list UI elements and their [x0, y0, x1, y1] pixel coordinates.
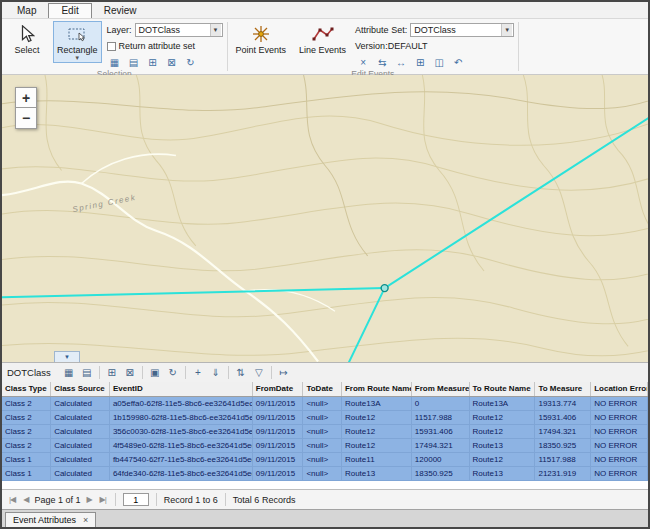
- table-options-icon[interactable]: ▤: [78, 364, 96, 380]
- layer-combo-arrow-icon[interactable]: ▼: [210, 24, 221, 36]
- undo-edit-icon[interactable]: ↶: [450, 55, 466, 69]
- table-row[interactable]: Class 2Calculated1b159980-62f8-11e5-8bc6…: [2, 411, 648, 425]
- add-record-icon[interactable]: +: [189, 364, 207, 380]
- table-cell: Route13: [341, 467, 411, 481]
- previous-page-button[interactable]: ◀: [21, 495, 30, 504]
- table-cell: Calculated: [51, 439, 110, 453]
- column-header[interactable]: From Route Name: [341, 382, 411, 397]
- table-cell: Class 2: [2, 397, 51, 411]
- event-table: Class TypeClass SourceEventIDFromDateToD…: [2, 382, 648, 482]
- table-cell: 18350.925: [535, 439, 591, 453]
- select-by-attributes-icon[interactable]: ⊞: [145, 55, 161, 69]
- next-page-button[interactable]: ▶: [84, 495, 93, 504]
- map-graphics: [2, 75, 648, 362]
- table-row[interactable]: Class 2Calculated4f5489e0-62f8-11e5-8bc6…: [2, 439, 648, 453]
- table-row[interactable]: Class 2Calculated356c0030-62f8-11e5-8bc6…: [2, 425, 648, 439]
- tab-event-attributes[interactable]: Event Attributes ×: [5, 512, 96, 527]
- column-header[interactable]: Location Error: [591, 382, 648, 397]
- table-cell: 09/11/2015: [252, 425, 303, 439]
- filter-records-icon[interactable]: ▽: [250, 364, 268, 380]
- sort-records-icon[interactable]: ⇅: [232, 364, 250, 380]
- snap-event-icon[interactable]: ⊞: [412, 55, 428, 69]
- table-cell: Route12: [469, 411, 535, 425]
- attribute-set-combobox[interactable]: DOTClass ▼: [410, 23, 514, 37]
- ribbon: Select Rectangle ▼ Layer:: [2, 19, 648, 75]
- return-attribute-set-label: Return attribute set: [119, 41, 196, 51]
- clear-selection-icon[interactable]: ⊠: [164, 55, 180, 69]
- point-events-button[interactable]: Point Events: [232, 21, 291, 57]
- first-page-button[interactable]: |◀: [7, 495, 17, 504]
- tab-edit[interactable]: Edit: [48, 3, 91, 18]
- line-events-button[interactable]: Line Events: [295, 21, 350, 57]
- event-table-container: Class TypeClass SourceEventIDFromDateToD…: [2, 382, 648, 482]
- attribute-set-combo-arrow-icon[interactable]: ▼: [501, 24, 512, 36]
- table-cell: 1b159980-62f8-11e5-8bc6-ee32641d5ec9: [109, 411, 252, 425]
- table-cell: NO ERROR: [591, 439, 648, 453]
- table-cell: 356c0030-62f8-11e5-8bc6-ee32641d5ec9: [109, 425, 252, 439]
- tab-review[interactable]: Review: [92, 4, 149, 18]
- table-cell: Route13: [469, 439, 535, 453]
- overlay-events-icon[interactable]: ◫: [431, 55, 447, 69]
- zoom-out-button[interactable]: −: [15, 108, 37, 129]
- table-cell: 11517.988: [535, 453, 591, 467]
- attribute-set-combobox-value: DOTClass: [414, 25, 456, 35]
- table-cell: Calculated: [51, 467, 110, 481]
- column-header[interactable]: EventID: [109, 382, 252, 397]
- rectangle-dropdown-icon[interactable]: ▼: [74, 55, 80, 61]
- page-number-input[interactable]: [123, 493, 149, 506]
- column-header[interactable]: From Measure: [411, 382, 469, 397]
- attributes-window-icon[interactable]: ▤: [126, 55, 142, 69]
- attribute-table-title: DOTClass: [7, 367, 51, 378]
- map-canvas[interactable]: Spring Creek + − ▼: [2, 75, 648, 362]
- selection-group: Select Rectangle ▼ Layer:: [2, 19, 227, 74]
- table-row[interactable]: Class 2Calculateda05effa0-62f8-11e5-8bc6…: [2, 397, 648, 411]
- select-features-icon[interactable]: ▦: [107, 55, 123, 69]
- layer-combobox[interactable]: DOTClass ▼: [135, 23, 223, 37]
- last-page-button[interactable]: ▶|: [98, 495, 108, 504]
- table-cell: 09/11/2015: [252, 397, 303, 411]
- table-cell: <null>: [303, 411, 342, 425]
- selection-options-icon[interactable]: ▦: [60, 364, 78, 380]
- route-lines[interactable]: [2, 118, 648, 361]
- table-cell: Route12: [341, 411, 411, 425]
- rectangle-tool-label: Rectangle: [57, 45, 98, 55]
- column-header[interactable]: FromDate: [252, 382, 303, 397]
- column-header[interactable]: To Route Name: [469, 382, 535, 397]
- save-edits-icon[interactable]: ▣: [146, 364, 164, 380]
- route-line-south[interactable]: [347, 288, 385, 361]
- toolbar-separator: [99, 366, 100, 379]
- refresh-selection-icon[interactable]: ↻: [183, 55, 199, 69]
- table-cell: Class 2: [2, 439, 51, 453]
- go-to-measure-icon[interactable]: ↦: [275, 364, 293, 380]
- clear-selection-icon[interactable]: ⊠: [121, 364, 139, 380]
- toolbar-separator: [142, 366, 143, 379]
- merge-events-icon[interactable]: ⇆: [374, 55, 390, 69]
- table-row[interactable]: Class 1Calculatedfb447540-62f7-11e5-8bc6…: [2, 453, 648, 467]
- line-events-label: Line Events: [299, 45, 346, 55]
- event-attributes-tab-label: Event Attributes: [13, 515, 76, 525]
- table-cell: 64fde340-62f8-11e5-8bc6-ee32641d5ec9: [109, 467, 252, 481]
- column-header[interactable]: To Measure: [535, 382, 591, 397]
- extend-event-icon[interactable]: ↔: [393, 55, 409, 69]
- column-header[interactable]: Class Source: [51, 382, 110, 397]
- select-all-icon[interactable]: ⊞: [103, 364, 121, 380]
- split-event-icon[interactable]: ×: [355, 55, 371, 69]
- return-attribute-set-checkbox[interactable]: [107, 42, 116, 51]
- route-line-west[interactable]: [2, 288, 385, 297]
- collapse-panel-button[interactable]: ▼: [54, 351, 80, 362]
- route-junction-marker[interactable]: [381, 285, 388, 292]
- table-row[interactable]: Class 1Calculated64fde340-62f8-11e5-8bc6…: [2, 467, 648, 481]
- column-header[interactable]: ToDate: [303, 382, 342, 397]
- zoom-in-button[interactable]: +: [15, 87, 37, 108]
- edit-events-tools-iconrow: ×⇆↔⊞◫↶: [355, 55, 514, 69]
- refresh-icon[interactable]: ↻: [164, 364, 182, 380]
- route-line-northeast[interactable]: [385, 118, 648, 288]
- select-tool-button[interactable]: Select: [6, 21, 48, 57]
- pager-separator: [115, 493, 116, 506]
- tab-map[interactable]: Map: [5, 4, 48, 18]
- export-records-icon[interactable]: ⇓: [207, 364, 225, 380]
- column-header[interactable]: Class Type: [2, 382, 51, 397]
- close-tab-icon[interactable]: ×: [83, 515, 88, 525]
- table-cell: 09/11/2015: [252, 467, 303, 481]
- rectangle-tool-button[interactable]: Rectangle ▼: [53, 21, 102, 63]
